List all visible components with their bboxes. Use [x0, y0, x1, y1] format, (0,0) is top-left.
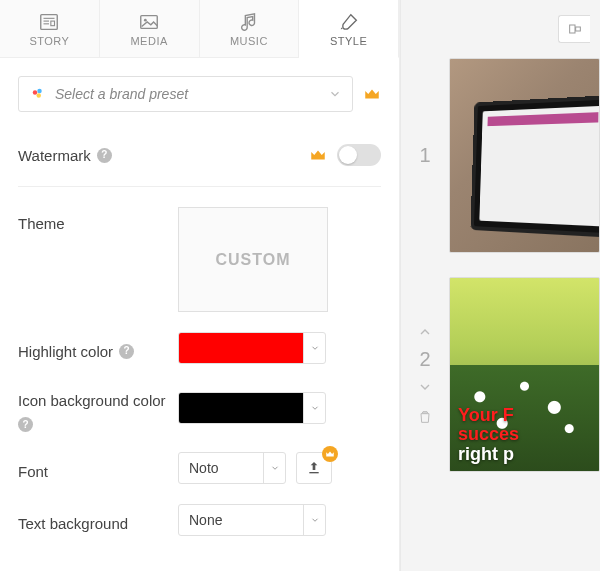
slide-row: 1	[411, 58, 600, 253]
icon-bg-color-swatch	[179, 393, 303, 423]
chevron-down-icon	[303, 505, 325, 535]
music-icon	[238, 11, 260, 33]
tab-media[interactable]: MEDIA	[100, 0, 200, 57]
crown-icon	[325, 449, 335, 459]
media-icon	[138, 11, 160, 33]
story-icon	[38, 11, 60, 33]
slide-text-overlay: Your F succes right p	[458, 406, 591, 465]
text-bg-select[interactable]: None	[178, 504, 326, 536]
slide-controls: 2	[411, 324, 439, 425]
aspect-ratio-button[interactable]	[558, 15, 590, 43]
help-icon[interactable]: ?	[119, 344, 134, 359]
icon-bg-color-picker[interactable]	[178, 392, 326, 424]
help-icon[interactable]: ?	[18, 417, 33, 432]
text-bg-label: Text background	[18, 513, 128, 534]
tab-music-label: MUSIC	[230, 35, 268, 47]
crown-icon	[363, 85, 381, 103]
text-bg-value: None	[179, 505, 303, 535]
help-icon[interactable]: ?	[97, 148, 112, 163]
watermark-label: Watermark	[18, 145, 91, 166]
slide-thumbnail[interactable]	[449, 58, 600, 253]
highlight-color-picker[interactable]	[178, 332, 326, 364]
icon-bg-color-label: Icon background color	[18, 390, 166, 411]
theme-selector[interactable]: CUSTOM	[178, 207, 328, 312]
style-scroll[interactable]: Select a brand preset Watermark ? Theme	[0, 58, 399, 571]
watermark-toggle[interactable]	[337, 144, 381, 166]
tab-story-label: STORY	[29, 35, 69, 47]
tab-media-label: MEDIA	[130, 35, 167, 47]
font-select[interactable]: Noto	[178, 452, 286, 484]
highlight-color-swatch	[179, 333, 303, 363]
style-panel: Select a brand preset Watermark ? Theme	[0, 58, 399, 571]
theme-value: CUSTOM	[215, 251, 290, 269]
divider	[18, 186, 381, 187]
upload-icon	[306, 460, 322, 476]
left-panel: STORY MEDIA MUSIC STYLE Select a brand p…	[0, 0, 400, 571]
chevron-down-icon	[303, 333, 325, 363]
right-toolbar	[401, 0, 600, 58]
slides-list: 1 2 Your F succes right p	[401, 58, 600, 571]
tab-style[interactable]: STYLE	[299, 0, 399, 58]
right-panel: 1 2 Your F succes right p	[400, 0, 600, 571]
slide-index: 1	[411, 144, 439, 167]
tab-music[interactable]: MUSIC	[200, 0, 300, 57]
style-icon	[338, 11, 360, 33]
crown-icon	[309, 146, 327, 164]
font-value: Noto	[179, 453, 263, 483]
tab-bar: STORY MEDIA MUSIC STYLE	[0, 0, 399, 58]
chevron-down-icon	[328, 87, 342, 101]
highlight-color-label: Highlight color	[18, 341, 113, 362]
slide-thumbnail[interactable]: Your F succes right p	[449, 277, 600, 472]
brand-preset-placeholder: Select a brand preset	[55, 86, 188, 102]
slide-index: 2	[419, 348, 430, 371]
move-down-button[interactable]	[417, 379, 433, 395]
chevron-down-icon	[263, 453, 285, 483]
tab-story[interactable]: STORY	[0, 0, 100, 57]
palette-icon	[29, 85, 47, 103]
font-label: Font	[18, 461, 48, 482]
move-up-button[interactable]	[417, 324, 433, 340]
slide-row: 2 Your F succes right p	[411, 277, 600, 472]
tab-style-label: STYLE	[330, 35, 367, 47]
theme-label: Theme	[18, 213, 65, 234]
brand-preset-select[interactable]: Select a brand preset	[18, 76, 353, 112]
delete-slide-button[interactable]	[417, 409, 433, 425]
upload-font-button[interactable]	[296, 452, 332, 484]
premium-badge	[322, 446, 338, 462]
chevron-down-icon	[303, 393, 325, 423]
